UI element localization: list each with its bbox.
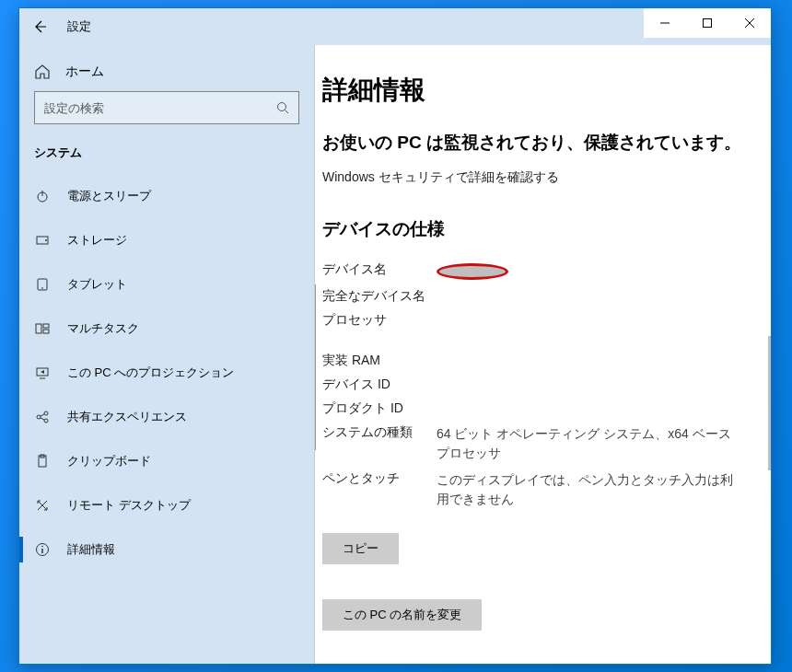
spec-label: 完全なデバイス名 [322,286,437,307]
multitask-icon [34,321,51,336]
nav-label: 詳細情報 [67,541,115,558]
nav-item-shared[interactable]: 共有エクスペリエンス [19,395,314,439]
spec-label: デバイス名 [322,260,437,280]
storage-icon [34,233,51,248]
spec-label: デバイス ID [322,375,437,395]
spec-row-full-name: 完全なデバイス名 [322,286,743,307]
device-spec-table: デバイス名 完全なデバイス名 プロセッサ 実装 RAM デバイス ID [322,260,743,511]
svg-line-5 [285,110,289,114]
info-icon [34,542,51,557]
home-button[interactable]: ホーム [19,54,314,91]
rename-pc-button[interactable]: この PC の名前を変更 [322,599,482,631]
window-title: 設定 [67,18,91,35]
shared-icon [34,410,51,424]
nav-label: ストレージ [67,232,127,249]
spec-value: このディスプレイでは、ペン入力とタッチ入力は利用できません [437,469,743,511]
nav-label: タブレット [67,276,127,293]
spec-value [437,399,743,402]
nav-item-storage[interactable]: ストレージ [19,218,314,262]
spec-value: 64 ビット オペレーティング システム、x64 ベース プロセッサ [437,423,743,465]
nav-item-multitask[interactable]: マルチタスク [19,307,314,351]
spec-value [437,286,743,290]
spec-value [437,351,743,354]
close-icon [745,18,754,28]
spec-value-device-name [437,260,743,283]
projection-icon [34,365,51,380]
clipboard-icon [34,454,51,469]
nav-label: クリップボード [67,453,151,469]
tablet-icon [34,277,51,292]
nav-label: 電源とスリープ [67,188,151,204]
content-area: 詳細情報 お使いの PC は監視されており、保護されています。 Windows … [314,45,771,664]
svg-line-19 [41,414,44,416]
spec-label: システムの種類 [322,423,437,443]
settings-window: 設定 ホーム システム [18,7,772,665]
redacted-circled [437,263,508,280]
nav-label: この PC へのプロジェクション [67,365,234,381]
maximize-icon [703,18,712,28]
spec-row-system-type: システムの種類 64 ビット オペレーティング システム、x64 ベース プロセ… [322,423,743,465]
security-link[interactable]: Windows セキュリティで詳細を確認する [322,169,743,186]
search-box[interactable] [34,91,299,124]
nav-label: マルチタスク [67,320,139,337]
spec-row-device-name: デバイス名 [322,260,743,283]
category-label: システム [19,132,314,174]
window-controls [644,8,771,38]
sidebar: ホーム システム 電源とスリープ ストレージ [19,45,314,664]
search-icon [276,101,289,114]
minimize-button[interactable] [644,8,686,38]
close-button[interactable] [728,8,771,38]
nav-list: 電源とスリープ ストレージ タブレット マルチタスク この PC へのプロジェク… [19,174,314,572]
svg-point-16 [37,415,41,419]
scrollbar-thumb[interactable] [314,284,316,450]
titlebar: 設定 [19,8,771,45]
remote-icon [34,498,51,513]
nav-item-power[interactable]: 電源とスリープ [19,174,314,218]
maximize-button[interactable] [686,8,728,38]
nav-item-remote[interactable]: リモート デスクトップ [19,483,314,527]
svg-rect-1 [704,19,712,28]
minimize-icon [660,18,670,28]
nav-item-clipboard[interactable]: クリップボード [19,439,314,483]
home-label: ホーム [65,64,104,80]
svg-point-4 [278,103,286,111]
nav-item-tablet[interactable]: タブレット [19,262,314,307]
svg-point-17 [44,411,48,415]
home-icon [34,64,51,80]
device-spec-heading: デバイスの仕様 [322,217,743,241]
spec-row-product-id: プロダクト ID [322,399,743,419]
svg-point-9 [45,239,47,241]
spec-row-pen-touch: ペンとタッチ このディスプレイでは、ペン入力とタッチ入力は利用できません [322,469,743,511]
spec-value [437,375,743,378]
protection-status: お使いの PC は監視されており、保護されています。 [322,130,743,156]
spec-row-device-id: デバイス ID [322,375,743,395]
power-icon [34,189,51,203]
nav-label: 共有エクスペリエンス [67,409,187,425]
spec-label: プロダクト ID [322,399,437,419]
spec-value [437,310,743,314]
svg-rect-14 [43,330,49,333]
svg-rect-12 [36,324,41,333]
redacted-block [768,336,771,470]
nav-item-about[interactable]: 詳細情報 [19,527,314,572]
svg-point-27 [41,546,43,548]
search-input[interactable] [44,101,265,115]
page-heading: 詳細情報 [322,73,743,108]
spec-label: プロセッサ [322,310,437,330]
svg-point-18 [44,419,48,423]
nav-item-projection[interactable]: この PC へのプロジェクション [19,351,314,395]
spec-label: ペンとタッチ [322,469,437,489]
copy-button[interactable]: コピー [322,533,399,564]
nav-label: リモート デスクトップ [67,497,191,514]
spec-label: 実装 RAM [322,351,437,371]
spec-row-processor: プロセッサ [322,310,743,330]
svg-line-20 [41,418,44,420]
arrow-left-icon [32,19,47,34]
svg-rect-13 [43,324,49,328]
back-button[interactable] [19,8,60,45]
spec-row-ram: 実装 RAM [322,351,743,371]
